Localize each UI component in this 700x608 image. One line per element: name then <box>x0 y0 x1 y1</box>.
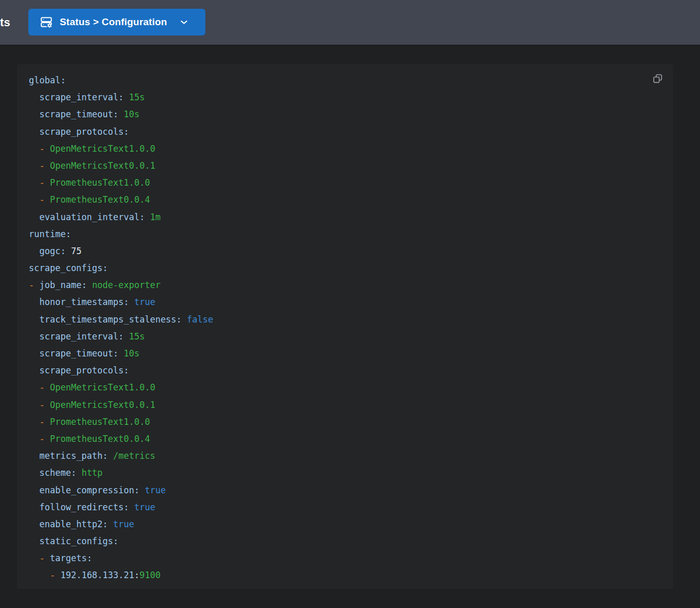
copy-icon <box>652 73 663 84</box>
status-configuration-label: Status > Configuration <box>60 16 167 28</box>
yaml-line: - 192.168.133.21:9100 <box>29 567 661 584</box>
chevron-down-icon <box>179 17 189 27</box>
yaml-line: scrape_interval: 15s <box>29 328 661 345</box>
yaml-line: static_configs: <box>29 533 661 550</box>
yaml-line: - PrometheusText1.0.0 <box>29 414 661 431</box>
yaml-line: - OpenMetricsText0.0.1 <box>29 157 661 174</box>
yaml-line: - targets: <box>29 550 661 567</box>
yaml-line: scheme: http <box>29 464 661 481</box>
yaml-line: runtime: <box>29 226 661 243</box>
yaml-line: - OpenMetricsText1.0.0 <box>29 379 661 396</box>
server-gear-icon <box>40 15 53 29</box>
yaml-line: evaluation_interval: 1m <box>29 209 661 226</box>
yaml-line: gogc: 75 <box>29 243 661 260</box>
yaml-line: scrape_protocols: <box>29 362 661 379</box>
yaml-line: follow_redirects: true <box>29 499 661 516</box>
yaml-line: scrape_timeout: 10s <box>29 106 661 123</box>
yaml-line: honor_timestamps: true <box>29 294 661 311</box>
yaml-line: enable_compression: true <box>29 482 661 499</box>
yaml-line: - PrometheusText1.0.0 <box>29 174 661 191</box>
yaml-line: metrics_path: /metrics <box>29 448 661 464</box>
yaml-line: scrape_timeout: 10s <box>29 345 661 362</box>
yaml-line: scrape_configs: <box>29 260 661 277</box>
yaml-line: scrape_protocols: <box>29 123 661 140</box>
yaml-line: global: <box>29 72 661 89</box>
yaml-line: enable_http2: true <box>29 516 661 533</box>
navbar: ts Status > Configuration <box>0 0 700 45</box>
copy-to-clipboard-button[interactable] <box>650 71 666 86</box>
nav-item-alerts-partial[interactable]: ts <box>0 0 10 45</box>
yaml-line: - PrometheusText0.0.4 <box>29 191 661 208</box>
yaml-line: - PrometheusText0.0.4 <box>29 431 661 448</box>
configuration-yaml-panel: global: scrape_interval: 15s scrape_time… <box>17 64 673 589</box>
yaml-line: track_timestamps_staleness: false <box>29 311 661 328</box>
yaml-line: scrape_interval: 15s <box>29 89 661 106</box>
status-configuration-dropdown-button[interactable]: Status > Configuration <box>28 9 205 35</box>
yaml-line: - OpenMetricsText0.0.1 <box>29 397 661 414</box>
configuration-yaml-code: global: scrape_interval: 15s scrape_time… <box>17 64 673 589</box>
yaml-line: - OpenMetricsText1.0.0 <box>29 140 661 157</box>
yaml-line: - job_name: node-exporter <box>29 277 661 294</box>
